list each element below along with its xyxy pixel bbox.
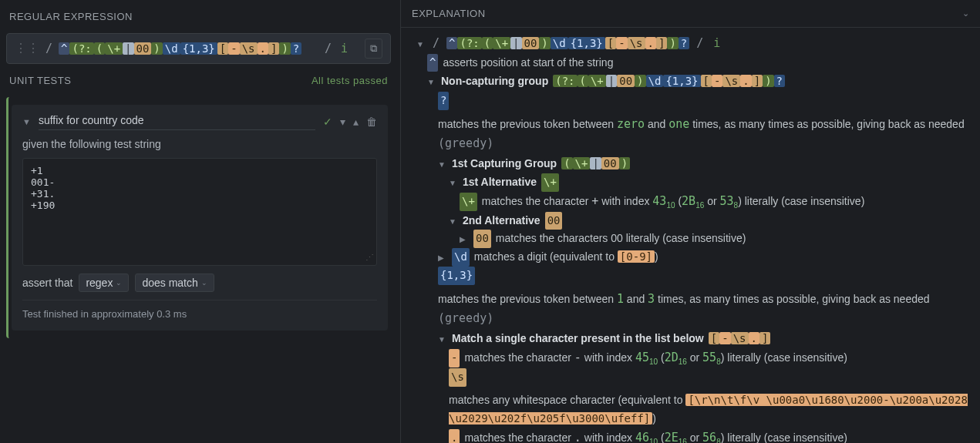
trash-icon[interactable]: 🗑 <box>366 116 377 128</box>
right-panel: EXPLANATION ⌄ ▼ / ^(?:(\+|00)\d{1,3}[-\s… <box>401 0 980 443</box>
finish-text: Test finished in approximately 0.3 ms <box>22 300 377 320</box>
exp-quant13: {1,3} matches the previous token between… <box>438 267 972 329</box>
tok-class-close: ] <box>268 42 279 55</box>
regex-header: REGULAR EXPRESSION <box>6 6 391 27</box>
down-caret-icon[interactable]: ▾ <box>340 116 345 128</box>
tok-dot: . <box>258 42 268 55</box>
tok-caret: ^ <box>59 42 69 55</box>
collapse-explanation-icon[interactable]: ⌄ <box>962 8 970 18</box>
collapse-icon[interactable]: ▼ <box>22 117 31 126</box>
tok-cap-close: ) <box>151 42 162 55</box>
chevron-down-icon: ⌄ <box>201 279 207 287</box>
exp-caret: ^ asserts position at start of the strin… <box>427 54 972 72</box>
exp-pattern-row: ▼ / ^(?:(\+|00)\d{1,3}[-\s.])? / i <box>416 34 972 54</box>
tok-escplus: \+ <box>105 42 123 55</box>
up-caret-icon[interactable]: ▴ <box>353 116 359 128</box>
resize-grip-icon[interactable]: ⋰ <box>365 253 374 263</box>
exp-opt-quant: ? matches the previous token between zer… <box>438 92 972 154</box>
test-title-row: ▼ suffix for country code ✓ ▾ ▴ 🗑 <box>22 112 377 130</box>
drag-handle-icon[interactable]: ⋮⋮ <box>15 42 39 55</box>
regex-pattern[interactable]: ^(?:(\+|00)\d{1,3}[-\s.])? <box>59 42 301 55</box>
tok-00: 00 <box>134 42 152 55</box>
exp-dot: . matches the character . with index 461… <box>449 428 972 443</box>
tri-icon[interactable]: ▼ <box>438 158 447 171</box>
tok-digit: \d <box>163 42 180 55</box>
tri-icon[interactable]: ▼ <box>449 215 458 228</box>
explanation-header-row[interactable]: EXPLANATION ⌄ <box>401 0 980 28</box>
tri-icon[interactable]: ▼ <box>427 76 436 89</box>
tri-icon[interactable]: ▼ <box>416 38 426 51</box>
tok-ncg-close: ) <box>279 42 290 55</box>
tests-header: UNIT TESTS <box>9 75 71 86</box>
test-string-input[interactable]: +1 001- +31. +190⋰ <box>22 158 377 266</box>
test-title[interactable]: suffix for country code <box>39 112 315 130</box>
tok-pipe: | <box>123 42 133 55</box>
regex-delimiter-open: / <box>45 42 52 55</box>
copy-button[interactable]: ⧉ <box>365 39 382 59</box>
tests-status: All tests passed <box>312 75 388 86</box>
tri-icon[interactable]: ▼ <box>449 176 458 190</box>
test-container: ▼ suffix for country code ✓ ▾ ▴ 🗑 given … <box>6 97 391 338</box>
exp-ncg-title[interactable]: ▼ Non-capturing group (?:(\+|00)\d{1,3}[… <box>427 72 972 92</box>
exp-charclass-title[interactable]: ▼ Match a single character present in th… <box>438 329 972 349</box>
exp-digit: ▶ \d matches a digit (equivalent to [0-9… <box>438 248 972 267</box>
left-panel: REGULAR EXPRESSION ⋮⋮ / ^(?:(\+|00)\d{1,… <box>0 0 401 443</box>
tri-icon[interactable]: ▶ <box>438 251 447 264</box>
exp-alt1-title[interactable]: ▼ 1st Alternative \+ <box>449 173 972 192</box>
tok-quant: {1,3} <box>180 42 217 55</box>
tri-icon[interactable]: ▼ <box>438 333 447 346</box>
tok-dash: - <box>228 42 239 55</box>
tok-ws: \s <box>240 42 258 55</box>
explanation-body: ▼ / ^(?:(\+|00)\d{1,3}[-\s.])? / i ^ ass… <box>401 28 980 443</box>
chevron-down-icon: ⌄ <box>116 279 122 287</box>
exp-cg1-title[interactable]: ▼ 1st Capturing Group (\+|00) <box>438 154 972 174</box>
explanation-header: EXPLANATION <box>412 8 486 19</box>
assert-row: assert that regex⌄ does match⌄ <box>22 274 377 292</box>
tri-icon[interactable]: ▶ <box>460 233 469 246</box>
assert-label: assert that <box>22 277 72 289</box>
pass-check-icon: ✓ <box>323 116 332 128</box>
assert-subject-dropdown[interactable]: regex⌄ <box>79 274 129 292</box>
regex-flag[interactable]: i <box>341 42 348 55</box>
exp-alt1-body: \+ matches the character + with index 43… <box>460 192 972 212</box>
tok-cap-open: ( <box>94 42 105 55</box>
tok-ncg-open: (?: <box>69 42 93 55</box>
tok-class-open: [ <box>217 42 228 55</box>
regex-delimiter-close: / <box>325 42 332 55</box>
assert-predicate-dropdown[interactable]: does match⌄ <box>135 274 214 292</box>
given-label: given the following test string <box>22 138 377 150</box>
exp-alt2-title[interactable]: ▼ 2nd Alternative 00 <box>449 212 972 230</box>
tests-header-row: UNIT TESTS All tests passed <box>6 70 391 91</box>
exp-dash: - matches the character - with index 451… <box>449 348 972 368</box>
test-card: ▼ suffix for country code ✓ ▾ ▴ 🗑 given … <box>12 105 388 331</box>
regex-input-bar[interactable]: ⋮⋮ / ^(?:(\+|00)\d{1,3}[-\s.])? / i ⧉ <box>6 33 391 64</box>
exp-ws: \s matches any whitespace character (equ… <box>449 368 972 428</box>
tok-opt: ? <box>291 42 301 55</box>
exp-alt2-body: ▶ 00 matches the characters 00 literally… <box>460 230 972 248</box>
